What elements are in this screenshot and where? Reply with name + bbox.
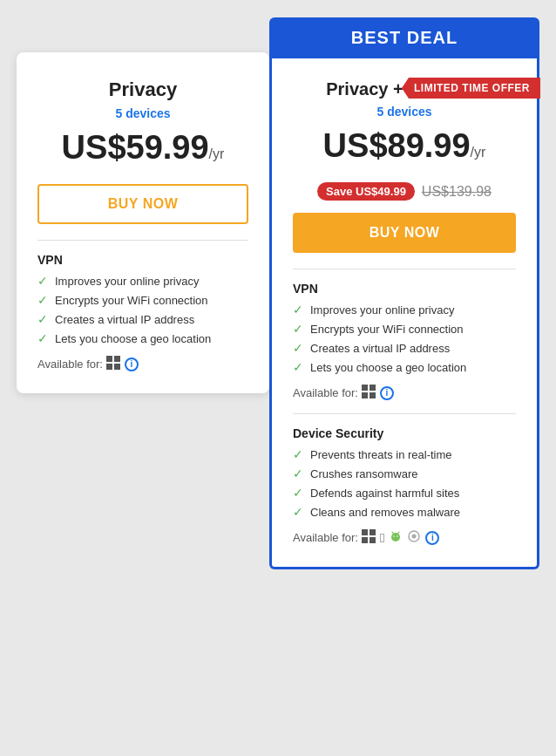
apple-icon:  <box>380 531 384 544</box>
save-row: Save US$49.99 US$139.98 <box>293 182 516 201</box>
right-card: Privacy + Premium LIMITED TIME OFFER 5 d… <box>269 58 539 569</box>
check-icon-2: ✓ <box>37 293 48 307</box>
right-sec-feature-2: ✓Crushes ransomware <box>293 467 516 480</box>
left-feature-4: ✓Lets you choose a geo location <box>37 331 248 345</box>
right-vpn-title: VPN <box>293 282 516 296</box>
right-buy-button[interactable]: BUY NOW <box>293 213 516 253</box>
right-vpn-feature-3: ✓Creates a virtual IP address <box>293 341 516 355</box>
right-divider-1 <box>293 269 516 269</box>
right-vpn-features: ✓Improves your online privacy ✓Encrypts … <box>293 303 516 374</box>
left-available-row: Available for: i <box>37 356 248 372</box>
right-security-title: Device Security <box>293 426 516 440</box>
right-divider-2 <box>293 413 516 414</box>
left-card-price: US$59.99 <box>62 129 209 166</box>
svg-rect-4 <box>362 385 368 391</box>
right-card-period: /yr <box>471 145 486 160</box>
svg-rect-2 <box>106 364 112 370</box>
left-vpn-title: VPN <box>37 253 248 267</box>
right-available-row-vpn: Available for: i <box>293 385 516 401</box>
right-available-label-sec: Available for: <box>293 531 358 544</box>
svg-rect-0 <box>106 356 112 362</box>
chrome-icon <box>407 529 421 546</box>
left-card-price-row: US$59.99/yr <box>37 129 248 167</box>
right-sec-feature-4: ✓Cleans and removes malware <box>293 505 516 519</box>
right-sec-feature-3: ✓Defends against harmful sites <box>293 486 516 500</box>
original-price: US$139.98 <box>422 184 492 200</box>
check-icon-r2: ✓ <box>293 322 303 336</box>
left-card-devices: 5 devices <box>37 106 248 120</box>
left-feature-1: ✓Improves your online privacy <box>37 274 248 288</box>
check-icon-r4: ✓ <box>293 360 303 374</box>
check-icon-1: ✓ <box>37 274 48 288</box>
left-buy-button[interactable]: BUY NOW <box>37 184 248 224</box>
svg-rect-9 <box>370 529 376 535</box>
svg-rect-1 <box>114 356 120 362</box>
check-icon-s2: ✓ <box>293 467 303 480</box>
right-vpn-feature-4: ✓Lets you choose a geo location <box>293 360 516 374</box>
info-icon-r[interactable]: i <box>380 386 394 400</box>
left-available-label: Available for: <box>37 358 103 371</box>
limited-offer-badge: LIMITED TIME OFFER <box>402 78 540 99</box>
pricing-container: Privacy 5 devices US$59.99/yr BUY NOW VP… <box>17 17 539 569</box>
svg-rect-10 <box>362 537 368 543</box>
right-vpn-feature-1: ✓Improves your online privacy <box>293 303 516 317</box>
right-security-features: ✓Prevents threats in real-time ✓Crushes … <box>293 447 516 519</box>
check-icon-s1: ✓ <box>293 447 303 461</box>
svg-line-17 <box>398 532 400 534</box>
left-card: Privacy 5 devices US$59.99/yr BUY NOW VP… <box>17 52 269 393</box>
svg-point-14 <box>394 535 396 537</box>
svg-point-19 <box>412 535 417 539</box>
left-card-period: /yr <box>209 146 225 161</box>
left-feature-3: ✓Creates a virtual IP address <box>37 312 248 326</box>
svg-rect-3 <box>114 364 120 370</box>
right-sec-platform-icons:  <box>362 529 439 546</box>
left-divider <box>37 240 248 241</box>
windows-icon <box>106 356 120 372</box>
android-icon <box>389 529 403 546</box>
best-deal-header: BEST DEAL <box>269 17 539 58</box>
right-card-wrapper: BEST DEAL Privacy + Premium LIMITED TIME… <box>269 17 539 569</box>
left-card-title: Privacy <box>37 78 248 101</box>
right-card-price-row: US$89.99/yr <box>293 127 516 165</box>
svg-rect-7 <box>370 392 376 398</box>
check-icon-s4: ✓ <box>293 505 303 519</box>
left-platform-icons: i <box>106 356 139 372</box>
windows-icon-s <box>362 529 376 546</box>
windows-icon-r <box>362 385 376 401</box>
info-icon[interactable]: i <box>125 358 139 371</box>
check-icon-4: ✓ <box>37 331 48 345</box>
svg-rect-5 <box>370 385 376 391</box>
right-available-row-sec: Available for:  <box>293 529 516 546</box>
right-available-label-vpn: Available for: <box>293 386 358 399</box>
left-feature-2: ✓Encrypts your WiFi connection <box>37 293 248 307</box>
svg-rect-8 <box>362 529 368 535</box>
svg-point-15 <box>397 535 399 537</box>
svg-rect-6 <box>362 392 368 398</box>
right-sec-feature-1: ✓Prevents threats in real-time <box>293 447 516 461</box>
right-vpn-feature-2: ✓Encrypts your WiFi connection <box>293 322 516 336</box>
svg-rect-11 <box>370 537 376 543</box>
info-icon-s[interactable]: i <box>425 531 439 545</box>
right-card-price: US$89.99 <box>323 127 471 164</box>
check-icon-r1: ✓ <box>293 303 303 317</box>
right-card-devices: 5 devices <box>293 105 516 119</box>
left-vpn-features: ✓Improves your online privacy ✓Encrypts … <box>37 274 248 345</box>
right-vpn-platform-icons: i <box>362 385 394 401</box>
check-icon-s3: ✓ <box>293 486 303 500</box>
check-icon-3: ✓ <box>37 312 48 326</box>
save-badge: Save US$49.99 <box>317 182 415 201</box>
check-icon-r3: ✓ <box>293 341 303 355</box>
svg-line-16 <box>392 532 394 534</box>
